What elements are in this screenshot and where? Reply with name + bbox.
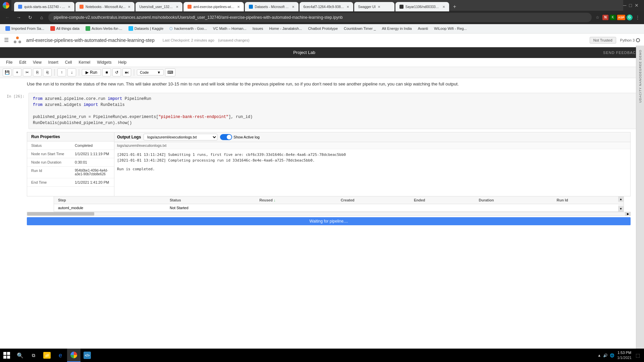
asp-icon[interactable]: ASP [617,15,625,20]
dev-tools-button[interactable]: </> [80,349,94,362]
scroll-up-button[interactable]: ▲ [618,196,624,202]
bookmark-action-verbs[interactable]: Action-Verbs-for-... [83,25,125,32]
bookmark-issues[interactable]: Issues [250,26,266,31]
task-view-button[interactable]: ⧉ [27,349,40,362]
hscroll-thumb[interactable] [27,212,94,216]
send-feedback-button[interactable]: SEND FEEDBACK [603,51,639,55]
tab-close[interactable]: ✕ [292,5,294,9]
bookmark-home-janalaksh[interactable]: Home - Janalaksh... [267,26,305,31]
bookmark-allthings[interactable]: All things data [48,25,82,32]
tab-close[interactable]: ✕ [176,5,178,9]
tab-close[interactable]: ✕ [128,5,130,9]
horizontal-scrollbar[interactable] [27,212,625,216]
settings-icon[interactable]: ⋮ [634,14,641,21]
hamburger-icon[interactable]: ☰ [4,37,9,43]
restart-run-button[interactable]: ⏭ [122,68,131,76]
menu-widgets[interactable]: Widgets [94,58,115,67]
address-input[interactable] [48,13,592,22]
cell-type-dropdown[interactable]: Code ▼ [137,69,164,75]
browser-tabs: quick-starts-ws-132740 - M... ✕ Notebook… [11,0,623,11]
log-content: [2021-01-01 13:11:24Z] Submitting 1 runs… [114,149,630,196]
task-view-icon: ⧉ [32,353,35,358]
move-down-button[interactable]: ↓ [67,68,76,76]
menu-view[interactable]: View [30,58,45,67]
add-cell-button[interactable]: + [13,68,21,76]
tab-swagger[interactable]: Swagger UI ✕ [354,2,394,11]
restore-button[interactable]: □ [629,3,632,8]
tab-close[interactable]: ✕ [68,5,70,9]
tab-quick-starts[interactable]: quick-starts-ws-132740 - M... ✕ [14,2,74,11]
chrome-icon [3,2,9,9]
hscroll-right-button[interactable]: ▶ [625,212,631,216]
forward-button[interactable]: → [14,13,23,22]
tab-close[interactable]: ✕ [237,5,240,9]
close-button[interactable]: ✕ [635,3,639,8]
code-area[interactable]: from azureml.pipeline.core.run import Pi… [29,93,642,129]
tab-close[interactable]: ✕ [442,5,445,9]
ie-button[interactable]: e [54,349,67,362]
sort-arrow: ↓ [274,198,276,202]
save-button[interactable]: 💾 [3,68,11,76]
cut-button[interactable]: ✂ [23,68,32,76]
bookmark-vc-math[interactable]: VC Math – Homan... [210,26,249,31]
bookmark-chatbot[interactable]: Chatbot Prototype [305,26,340,31]
interrupt-button[interactable]: ■ [102,68,111,76]
speaker-icon[interactable]: 🔊 [603,353,608,358]
run-button[interactable]: ▶ Run [82,69,101,76]
start-button[interactable] [0,349,13,362]
copy-button[interactable]: ⎘ [33,68,42,76]
tab-notebooks[interactable]: Notebooks - Microsoft Az... ✕ [75,2,135,11]
not-trusted-button[interactable]: Not Trusted [590,37,616,44]
vertical-scrollbar[interactable]: ▲ ▼ [618,196,624,212]
bookmark-imported[interactable]: Imported From Sa... [3,25,47,32]
move-up-button[interactable]: ↑ [57,68,66,76]
tab-close[interactable]: ✕ [346,5,349,9]
extensions-icon[interactable]: N [602,15,608,20]
bookmark-countdown[interactable]: Countdown Timer _ [341,26,378,31]
bookmark-icon[interactable]: ☆ [594,14,601,21]
toggle-knob [227,135,231,139]
bookmark-alt-energy[interactable]: Alt Energy in India [379,26,414,31]
new-tab-button[interactable]: + [450,2,460,11]
log-file-select[interactable]: logs/azureml/executionlogs.txt [144,134,217,140]
show-desktop-button[interactable]: ⬚ [636,353,640,358]
tray-icon-up[interactable]: ▲ [597,353,601,357]
menu-cell[interactable]: Cell [62,58,75,67]
bookmark-wiloop[interactable]: WiLoop Wifi - Reg... [431,26,470,31]
jupyter-logo-svg [13,36,22,45]
menu-insert[interactable]: Insert [45,58,62,67]
reload-button[interactable]: ↻ [25,13,35,22]
tab-6cec[interactable]: 6cec4af7-1264-49c9-9388-... ✕ [300,2,353,11]
menu-help[interactable]: Help [115,58,130,67]
grammarly-icon[interactable]: G [627,14,633,20]
output-logs-panel: Output Logs logs/azureml/executionlogs.t… [114,132,630,196]
chrome-taskbar-button[interactable] [67,349,80,362]
tab-favicon [79,5,84,9]
hamburger-menu[interactable]: ☰ [4,37,9,43]
tab-sayar[interactable]: Sayar1106/nd00333_AZML... ✕ [395,2,449,11]
file-explorer-button[interactable]: 📁 [40,349,54,362]
bookmark-avanti[interactable]: Avanti [415,26,431,31]
udacity-sidebar-text: UDACITY NANODEGREE DEMO [637,46,643,107]
tab-datasets[interactable]: Datasets - Microsoft Azure ✕ [245,2,299,11]
tab-users[interactable]: Users/odl_user_132740/ ✕ [136,2,182,11]
paste-button[interactable]: ⎗ [43,68,52,76]
bookmark-kaggle[interactable]: Datasets | Kaggle [126,25,166,32]
menu-edit[interactable]: Edit [16,58,30,67]
menu-file[interactable]: File [3,58,16,67]
show-active-log-toggle[interactable] [220,134,232,140]
bookmark-hackerearth[interactable]: ⬡ hackerearth - Goo... [167,26,210,32]
network-icon[interactable]: 🌐 [610,353,614,358]
back-button[interactable]: ← [3,13,12,22]
tab-aml-exercise[interactable]: aml-exercise-pipelines-with... ✕ [183,2,244,11]
tab-close[interactable]: ✕ [378,5,380,9]
home-button[interactable]: ⌂ [37,13,46,22]
restart-button[interactable]: ↺ [112,68,121,76]
search-button[interactable]: 🔍 [13,349,27,362]
minimize-button[interactable]: ─ [623,3,627,8]
scroll-down-button[interactable]: ▼ [618,206,624,212]
taskbar-clock[interactable]: 1:53 PM 1/1/2021 [617,350,632,361]
menu-kernel[interactable]: Kernel [75,58,94,67]
keyboard-shortcuts-button[interactable]: ⌨ [165,68,175,76]
kaspersky-icon[interactable]: K [610,15,616,20]
